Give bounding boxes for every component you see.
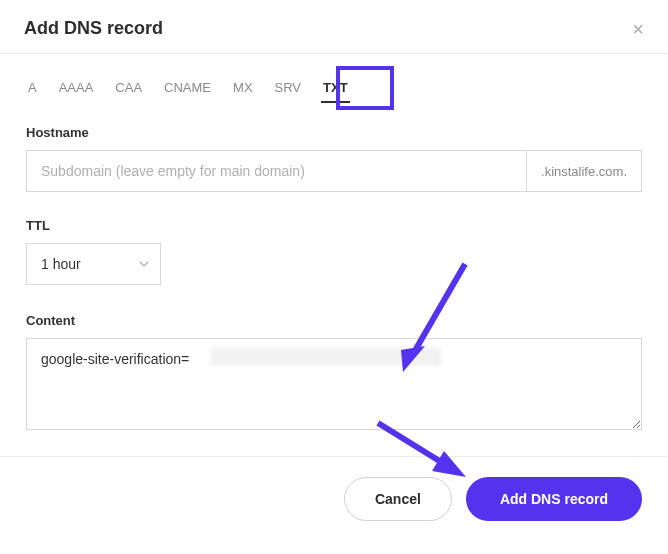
ttl-select[interactable]: 1 hour xyxy=(26,243,161,285)
hostname-row: .kinstalife.com. xyxy=(26,150,642,192)
tab-mx[interactable]: MX xyxy=(233,74,253,101)
hostname-label: Hostname xyxy=(26,125,642,140)
tab-a[interactable]: A xyxy=(28,74,37,101)
ttl-label: TTL xyxy=(26,218,642,233)
content-label: Content xyxy=(26,313,642,328)
modal-header: Add DNS record × xyxy=(0,0,668,54)
close-icon[interactable]: × xyxy=(632,19,644,39)
cancel-button[interactable]: Cancel xyxy=(344,477,452,521)
tab-cname[interactable]: CNAME xyxy=(164,74,211,101)
add-dns-record-button[interactable]: Add DNS record xyxy=(466,477,642,521)
ttl-select-wrap: 1 hour xyxy=(26,243,161,285)
hostname-input[interactable] xyxy=(26,150,527,192)
modal-title: Add DNS record xyxy=(24,18,163,39)
tab-caa[interactable]: CAA xyxy=(115,74,142,101)
tabs: A AAAA CAA CNAME MX SRV TXT xyxy=(26,70,642,111)
tab-txt[interactable]: TXT xyxy=(323,74,348,101)
modal-footer: Cancel Add DNS record xyxy=(0,456,668,543)
modal-body: A AAAA CAA CNAME MX SRV TXT Hostname .ki… xyxy=(0,54,668,456)
hostname-suffix: .kinstalife.com. xyxy=(527,150,642,192)
content-textarea[interactable]: google-site-verification= xyxy=(26,338,642,430)
tab-srv[interactable]: SRV xyxy=(275,74,302,101)
content-wrap: google-site-verification= xyxy=(26,338,642,434)
tab-aaaa[interactable]: AAAA xyxy=(59,74,94,101)
